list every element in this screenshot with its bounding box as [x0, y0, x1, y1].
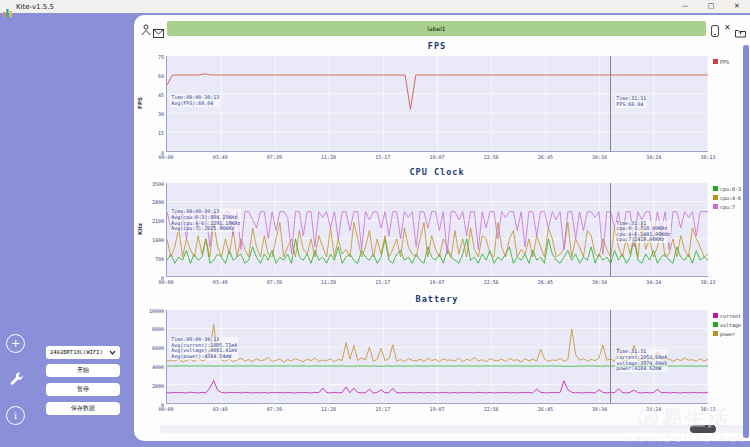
legend-label: FPS — [720, 59, 729, 65]
battery-x-tick: 19:07 — [422, 406, 452, 412]
fps-legend: FPS — [713, 57, 729, 66]
pause-button[interactable]: 暂停 — [46, 383, 120, 396]
annotation-line: Avg(power):4384.54mW — [171, 354, 237, 360]
battery-x-tick: 34:24 — [639, 406, 669, 412]
cpu-clock-legend-item[interactable]: cpu:7 — [713, 202, 741, 211]
cpu-clock-x-tick: 03:49 — [205, 279, 235, 285]
add-device-button[interactable]: + — [6, 334, 25, 353]
fps-legend-item[interactable]: FPS — [713, 57, 729, 66]
cpu-clock-x-tick: 11:28 — [314, 279, 344, 285]
legend-label: cpu:7 — [720, 204, 735, 210]
fps-y-tick: 75 — [140, 54, 164, 60]
fps-y-tick: 30 — [140, 111, 164, 117]
legend-swatch-icon — [713, 331, 718, 336]
label-bar[interactable]: label1 — [167, 21, 706, 36]
save-data-button[interactable]: 保存数据 — [46, 402, 120, 415]
cpu-clock-x-tick: 15:17 — [368, 279, 398, 285]
fps-x-tick: 38:13 — [693, 154, 723, 160]
app-logo-icon — [3, 2, 12, 11]
cpu-clock-x-tick: 38:13 — [693, 279, 723, 285]
battery-y-tick: 4000 — [140, 364, 164, 370]
disconnect-icon[interactable]: ✕ — [724, 23, 731, 33]
annotation-line: cpu:7:2419.00KHz — [616, 237, 670, 243]
maximize-button[interactable]: □ — [698, 0, 724, 13]
chevron-down-icon — [109, 350, 116, 355]
minimize-button[interactable]: — — [672, 0, 698, 13]
fps-cursor-line — [610, 56, 611, 152]
plus-icon: + — [11, 337, 20, 350]
info-button[interactable]: i — [6, 406, 25, 425]
annotation-line: Avg(cpu:7):2025.96KHz — [171, 226, 240, 232]
fps-y-tick: 60 — [140, 73, 164, 79]
legend-label: power — [720, 331, 735, 337]
legend-swatch-icon — [713, 313, 718, 318]
battery-x-tick: 22:56 — [476, 406, 506, 412]
device-select[interactable]: 2402BRT18C(WIFI) — [46, 346, 120, 359]
legend-label: current — [720, 313, 741, 319]
cpu-clock-legend: cpu:0-3cpu:4-6cpu:7 — [713, 184, 741, 211]
legend-swatch-icon — [713, 59, 718, 64]
legend-label: cpu:4-6 — [720, 195, 741, 201]
battery-legend-item[interactable]: power — [713, 329, 741, 338]
cpu-clock-legend-item[interactable]: cpu:0-3 — [713, 184, 741, 193]
cpu-clock-annotation-right: Time:31:31cpu:0-3:710.00KHzcpu:4-6:1401.… — [615, 221, 671, 243]
legend-label: voltage — [720, 322, 741, 328]
start-button[interactable]: 开始 — [46, 364, 120, 377]
fps-chart-title: FPS — [166, 41, 708, 51]
battery-legend: currentvoltagepower — [713, 311, 741, 338]
info-icon: i — [14, 411, 17, 421]
device-select-value: 2402BRT18C(WIFI) — [50, 346, 109, 359]
window-title: Kite-v1.5.5 — [16, 3, 672, 11]
settings-wrench-button[interactable] — [9, 372, 25, 388]
legend-swatch-icon — [713, 322, 718, 327]
cpu-clock-x-tick: 22:56 — [476, 279, 506, 285]
cpu-clock-legend-item[interactable]: cpu:4-6 — [713, 193, 741, 202]
annotation-line: power:4184.62mW — [616, 366, 667, 372]
cpu-clock-annotation-left: Time:00:00-30:13Avg(cpu:0-3):804.15KHzAv… — [170, 209, 241, 231]
fps-x-tick: 22:56 — [476, 154, 506, 160]
battery-annotation-left: Time:00:00-30:13Avg(current):1095.72mAAv… — [170, 337, 238, 359]
cpu-clock-y-tick: 2800 — [140, 199, 164, 205]
fps-annotation-right: Time:31:31FPS:60.04 — [615, 96, 647, 107]
battery-x-tick: 30:34 — [585, 406, 615, 412]
horizontal-scrollbar[interactable] — [160, 425, 746, 433]
fps-x-tick: 11:28 — [314, 154, 344, 160]
vertical-scrollbar[interactable] — [743, 45, 749, 438]
fps-x-tick: 30:34 — [585, 154, 615, 160]
horizontal-scrollbar-thumb[interactable] — [690, 425, 716, 433]
export-icon[interactable] — [735, 23, 746, 42]
fps-y-tick: 45 — [140, 92, 164, 98]
vertical-scrollbar-thumb[interactable] — [743, 45, 749, 438]
fps-annotation-left: Time:00:00-30:13Avg(FPS):60.04 — [170, 95, 220, 106]
message-icon[interactable] — [153, 23, 164, 42]
cpu-clock-x-tick: 00:00 — [151, 279, 181, 285]
battery-x-tick: 11:28 — [314, 406, 344, 412]
legend-swatch-icon — [713, 195, 718, 200]
cpu-clock-cursor-line — [610, 183, 611, 277]
fps-x-tick: 07:39 — [259, 154, 289, 160]
battery-legend-item[interactable]: voltage — [713, 320, 741, 329]
fps-x-tick: 15:17 — [368, 154, 398, 160]
battery-y-tick: 6000 — [140, 345, 164, 351]
battery-legend-item[interactable]: current — [713, 311, 741, 320]
fps-x-tick: 00:00 — [151, 154, 181, 160]
user-icon[interactable] — [141, 21, 151, 40]
cpu-clock-y-tick: 2100 — [140, 218, 164, 224]
close-button[interactable]: ✕ — [724, 0, 750, 13]
fps-y-tick: 15 — [140, 130, 164, 136]
cpu-clock-y-tick: 700 — [140, 256, 164, 262]
fps-x-tick: 03:49 — [205, 154, 235, 160]
app-window: Kite-v1.5.5 — □ ✕ + i 2402BRT18C(WIFI) 开… — [0, 0, 750, 447]
battery-x-tick: 03:49 — [205, 406, 235, 412]
battery-x-tick: 07:39 — [259, 406, 289, 412]
cpu-clock-chart-title: CPU Clock — [166, 167, 708, 177]
window-titlebar: Kite-v1.5.5 — □ ✕ — [0, 0, 750, 13]
legend-swatch-icon — [713, 204, 718, 209]
battery-annotation-right: Time:31:31current:1053.00mAvoltage:3974.… — [615, 349, 668, 371]
legend-label: cpu:0-3 — [720, 186, 741, 192]
cpu-clock-x-tick: 19:07 — [422, 279, 452, 285]
phone-icon[interactable] — [711, 22, 719, 41]
cpu-clock-x-tick: 34:24 — [639, 279, 669, 285]
fps-x-tick: 26:45 — [530, 154, 560, 160]
battery-y-tick: 8000 — [140, 326, 164, 332]
